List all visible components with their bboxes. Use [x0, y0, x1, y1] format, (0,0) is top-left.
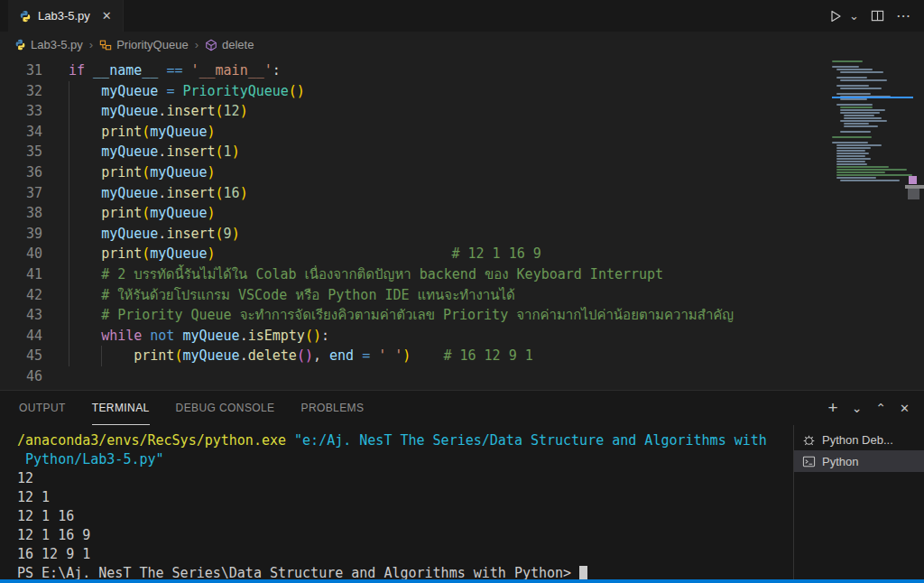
- breadcrumb-file[interactable]: Lab3-5.py: [14, 38, 83, 51]
- terminal-line: 12 1 16 9: [17, 526, 793, 545]
- bottom-panel: OUTPUT TERMINAL DEBUG CONSOLE PROBLEMS +…: [0, 390, 924, 579]
- code-line[interactable]: 32 myQueue = PriorityQueue(): [0, 81, 924, 102]
- minimap-row: [836, 174, 912, 176]
- terminal-icon: [802, 455, 816, 468]
- minimap-row: [832, 142, 868, 143]
- line-number: 39: [0, 224, 42, 245]
- minimap-row: [840, 131, 871, 133]
- close-tab-icon[interactable]: ✕: [102, 9, 112, 23]
- code-text: print(myQueue): [69, 122, 216, 143]
- line-number: 46: [0, 366, 42, 387]
- minimap-row: [840, 98, 867, 100]
- code-text: myQueue.insert(16): [69, 183, 248, 204]
- minimap-row: [832, 66, 859, 68]
- code-line[interactable]: 36 print(myQueue): [0, 162, 924, 183]
- minimap-row: [836, 158, 871, 160]
- more-actions-icon[interactable]: ⋯: [896, 7, 911, 24]
- tab-title: Lab3-5.py: [38, 9, 90, 23]
- terminal-line: PS E:\Aj. NesT The Series\Data Structure…: [17, 564, 793, 579]
- line-number: 43: [0, 305, 42, 326]
- breadcrumb-class-label: PriorityQueue: [116, 38, 188, 51]
- minimap-row: [836, 69, 873, 70]
- code-line[interactable]: 39 myQueue.insert(9): [0, 224, 924, 245]
- terminal-picker-chevron-icon[interactable]: ⌄: [852, 401, 863, 415]
- breadcrumb: Lab3-5.py › PriorityQueue › delete: [0, 32, 924, 58]
- minimap-row: [836, 93, 871, 95]
- chevron-right-icon: ›: [88, 38, 95, 51]
- tab-debug-console[interactable]: DEBUG CONSOLE: [176, 391, 275, 425]
- terminal-line: Python/Lab3-5.py": [17, 450, 793, 469]
- maximize-panel-icon[interactable]: ⌃: [875, 401, 886, 415]
- code-line[interactable]: 31if __name__ == '__main__':: [0, 60, 924, 81]
- class-icon: [99, 39, 112, 51]
- code-line[interactable]: 41 # 2 บรรทัดนี้รันไม่ได้ใน Colab เนื่อง…: [0, 264, 924, 285]
- new-terminal-icon[interactable]: +: [828, 398, 838, 418]
- minimap-row: [844, 123, 869, 125]
- code-line[interactable]: 40 print(myQueue) # 12 1 16 9: [0, 244, 924, 264]
- minimap-row: [836, 150, 865, 152]
- minimap-row: [844, 125, 878, 127]
- code-line[interactable]: 42 # ให้รันด้วยโปรแกรม VSCode หรือ Pytho…: [0, 285, 924, 306]
- minimap-row: [836, 77, 867, 79]
- terminal-list-item-python[interactable]: Python: [794, 450, 924, 472]
- minimap-row: [836, 177, 876, 179]
- terminal-line: 12: [17, 469, 793, 488]
- run-dropdown-icon[interactable]: ⌄: [849, 9, 859, 23]
- code-line[interactable]: 46: [0, 366, 924, 387]
- code-line[interactable]: 43 # Priority Queue จะทำการจัดเรียงคิวตา…: [0, 305, 924, 326]
- split-editor-icon[interactable]: [871, 9, 884, 23]
- terminal-list-item-python-debug[interactable]: Python Deb...: [794, 429, 924, 450]
- run-button[interactable]: [828, 9, 843, 23]
- line-number: 36: [0, 162, 42, 183]
- code-line[interactable]: 37 myQueue.insert(16): [0, 183, 924, 204]
- minimap-row: [836, 171, 885, 173]
- code-text: print(myQueue): [69, 162, 216, 183]
- minimap-row: [840, 79, 887, 81]
- code-text: # 2 บรรทัดนี้รันไม่ได้ใน Colab เนื่องจาก…: [69, 264, 663, 285]
- tab-problems[interactable]: PROBLEMS: [301, 391, 365, 425]
- minimap-row: [836, 163, 867, 165]
- minimap[interactable]: [832, 60, 908, 187]
- tab-lab3-5[interactable]: Lab3-5.py ✕: [8, 0, 124, 32]
- breadcrumb-file-label: Lab3-5.py: [31, 38, 83, 51]
- minimap-row: [836, 161, 865, 162]
- minimap-row: [840, 71, 883, 73]
- code-line[interactable]: 44 while not myQueue.isEmpty():: [0, 326, 924, 347]
- code-line[interactable]: 34 print(myQueue): [0, 122, 924, 143]
- minimap-row: [840, 120, 887, 122]
- code-line[interactable]: 45 print(myQueue.delete(), end = ' ') # …: [0, 346, 924, 366]
- code-text: if __name__ == '__main__':: [69, 60, 281, 81]
- line-number: 42: [0, 285, 42, 306]
- code-text: # Priority Queue จะทำการจัดเรียงคิวตามค่…: [69, 305, 734, 326]
- minimap-row: [840, 106, 873, 108]
- tab-terminal[interactable]: TERMINAL: [92, 391, 150, 425]
- line-number: 33: [0, 101, 42, 122]
- scrollbar-thumb[interactable]: [908, 189, 919, 199]
- minimap-row: [836, 155, 865, 157]
- method-icon: [205, 39, 217, 51]
- panel-header: OUTPUT TERMINAL DEBUG CONSOLE PROBLEMS +…: [0, 391, 924, 425]
- line-number: 44: [0, 326, 42, 347]
- code-text: print(myQueue.delete(), end = ' ') # 16 …: [69, 346, 533, 366]
- close-panel-icon[interactable]: ✕: [900, 402, 910, 415]
- breadcrumb-class[interactable]: PriorityQueue: [99, 38, 188, 51]
- line-number: 41: [0, 264, 42, 285]
- breadcrumb-method[interactable]: delete: [205, 38, 254, 51]
- line-number: 37: [0, 183, 42, 204]
- line-number: 31: [0, 60, 42, 81]
- code-text: while not myQueue.isEmpty():: [69, 326, 329, 347]
- minimap-row: [844, 117, 882, 119]
- code-line[interactable]: 35 myQueue.insert(1): [0, 142, 924, 162]
- code-line[interactable]: 33 myQueue.insert(12): [0, 101, 924, 122]
- terminal-list-label: Python: [822, 455, 858, 468]
- code-lines: 31if __name__ == '__main__':32 myQueue =…: [0, 60, 924, 387]
- code-line[interactable]: 38 print(myQueue): [0, 203, 924, 224]
- minimap-row: [836, 153, 869, 154]
- tab-output[interactable]: OUTPUT: [19, 391, 66, 425]
- code-editor[interactable]: 31if __name__ == '__main__':32 myQueue =…: [0, 58, 924, 390]
- terminal-output[interactable]: /anaconda3/envs/RecSys/python.exe "e:/Aj…: [0, 425, 793, 579]
- code-text: myQueue.insert(12): [69, 101, 248, 122]
- code-text: myQueue.insert(9): [69, 224, 240, 245]
- minimap-row: [836, 169, 907, 171]
- minimap-row: [836, 147, 871, 149]
